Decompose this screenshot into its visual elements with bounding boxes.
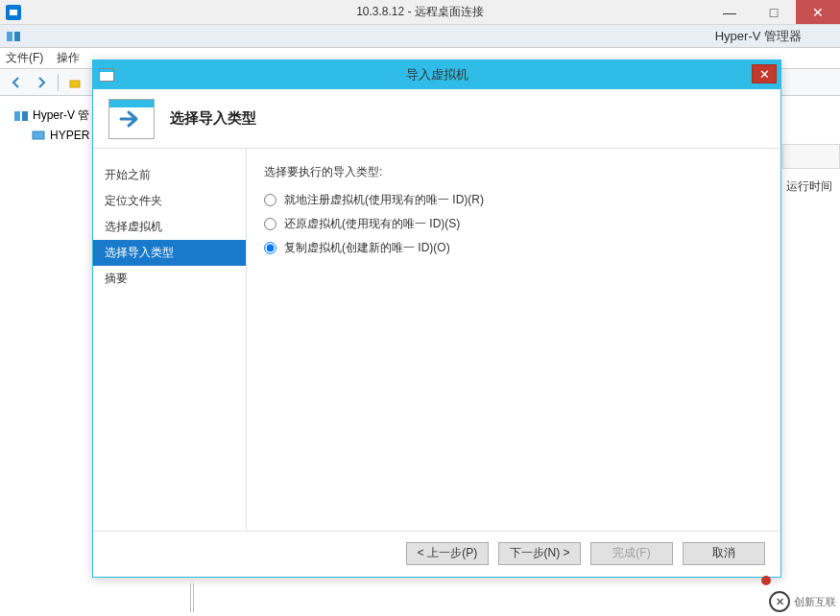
back-button[interactable] [6,72,27,93]
dialog-heading: 选择导入类型 [170,109,256,128]
nav-import-type[interactable]: 选择导入类型 [93,240,246,266]
window-controls: — □ ✕ [708,0,840,24]
dialog-titlebar: 导入虚拟机 ✕ [93,60,780,89]
radio-copy[interactable]: 复制虚拟机(创建新的唯一 ID)(O) [264,240,763,256]
svg-rect-4 [14,111,20,121]
radio-copy-label: 复制虚拟机(创建新的唯一 ID)(O) [284,240,450,256]
svg-rect-1 [14,32,20,41]
right-runtime-label: 运行时间 [782,178,840,195]
watermark: ✕ 创新互联 [769,591,836,612]
svg-rect-6 [33,131,44,139]
watermark-dot [761,576,771,585]
watermark-logo-icon: ✕ [769,591,790,612]
toolbar-separator [58,74,59,91]
radio-copy-input[interactable] [264,242,276,254]
rdp-icon [6,5,21,20]
dialog-close-button[interactable]: ✕ [752,64,777,83]
host-icon [31,128,46,143]
forward-button[interactable] [31,72,52,93]
nav-select-vm[interactable]: 选择虚拟机 [93,214,246,240]
close-button[interactable]: ✕ [796,0,840,24]
minimize-button[interactable]: — [708,0,752,24]
hyperv-icon [6,29,21,44]
hyperv-header: Hyper-V 管理器 [0,25,840,48]
tree-root-label: Hyper-V 管 [33,107,89,124]
tree-child-label: HYPER [50,129,89,142]
up-button[interactable] [64,72,85,93]
dialog-body: 开始之前 定位文件夹 选择虚拟机 选择导入类型 摘要 选择要执行的导入类型: 就… [93,149,780,531]
nav-summary[interactable]: 摘要 [93,266,246,292]
menu-file[interactable]: 文件(F) [6,50,43,66]
server-icon [13,108,29,124]
dialog-nav: 开始之前 定位文件夹 选择虚拟机 选择导入类型 摘要 [93,149,247,531]
menu-action[interactable]: 操作 [57,50,80,66]
dialog-header: 选择导入类型 [93,89,780,149]
right-panel-fragment: 运行时间 [782,144,840,195]
import-type-prompt: 选择要执行的导入类型: [264,164,763,180]
prev-button[interactable]: < 上一步(P) [406,542,489,565]
hyperv-title: Hyper-V 管理器 [715,28,802,45]
next-button[interactable]: 下一步(N) > [498,542,581,565]
dialog-window-icon [99,68,114,82]
radio-register-in-place[interactable]: 就地注册虚拟机(使用现有的唯一 ID)(R) [264,192,763,208]
radio-restore[interactable]: 还原虚拟机(使用现有的唯一 ID)(S) [264,216,763,232]
right-block-1 [782,144,840,169]
nav-locate-folder[interactable]: 定位文件夹 [93,188,246,214]
import-vm-dialog: 导入虚拟机 ✕ 选择导入类型 开始之前 定位文件夹 选择虚拟机 选择导入类型 摘… [92,59,781,578]
svg-rect-0 [7,32,12,41]
finish-button: 完成(F) [590,542,673,565]
radio-register-label: 就地注册虚拟机(使用现有的唯一 ID)(R) [284,192,484,208]
cancel-button[interactable]: 取消 [683,542,765,565]
dialog-content: 选择要执行的导入类型: 就地注册虚拟机(使用现有的唯一 ID)(R) 还原虚拟机… [247,149,780,531]
radio-register-input[interactable] [264,194,276,206]
svg-rect-5 [22,111,28,121]
rdp-titlebar: 10.3.8.12 - 远程桌面连接 — □ ✕ [0,0,840,25]
svg-rect-2 [70,81,80,87]
radio-restore-label: 还原虚拟机(使用现有的唯一 ID)(S) [284,216,460,232]
radio-restore-input[interactable] [264,218,276,230]
bottom-splitter [190,583,574,612]
rdp-title: 10.3.8.12 - 远程桌面连接 [356,4,484,20]
dialog-footer: < 上一步(P) 下一步(N) > 完成(F) 取消 [93,531,780,575]
maximize-button[interactable]: □ [752,0,796,24]
watermark-text: 创新互联 [794,595,836,609]
import-arrow-icon [108,99,155,139]
dialog-title: 导入虚拟机 [406,66,468,83]
nav-before[interactable]: 开始之前 [93,162,246,188]
